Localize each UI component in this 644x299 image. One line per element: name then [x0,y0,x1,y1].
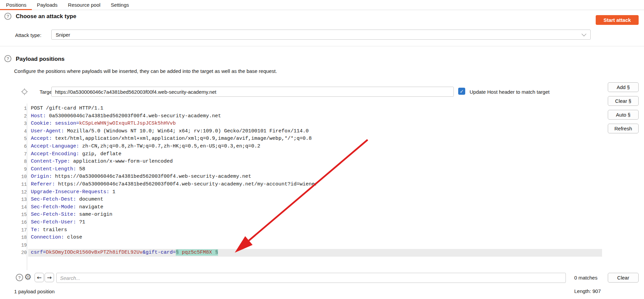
line-code: Accept-Encoding: gzip, deflate [28,151,602,158]
code-segment: Sec-Fetch-Mode: [31,204,76,210]
update-host-label: Update Host header to match target [470,89,549,95]
gear-icon[interactable]: ⚙ [24,272,32,282]
help-icon[interactable]: ? [16,274,23,281]
code-segment: Te: [31,227,40,233]
code-segment: Content-Length: [31,166,76,172]
code-segment: kCSpLeWHNjwOIxquRTLJspJCSk5hHVvb [79,121,176,126]
line-code: Host: 0a530006046c7a4381bed562003f00f4.w… [28,113,602,120]
crosshair-icon [21,88,28,95]
tab-positions[interactable]: Positions [6,0,26,10]
editor-line: 17Te: trailers [20,226,602,234]
line-code [28,242,602,249]
code-segment: ?1 [76,219,85,225]
editor-line: 6Accept-Language: zh-CN,zh;q=0.8,zh-TW;q… [20,143,602,151]
payload-positions-description: Configure the positions where payloads w… [14,68,277,74]
code-segment: 0a530006046c7a4381bed562003f00f4.web-sec… [46,113,221,119]
code-segment: Host: [31,113,46,119]
code-segment: § [176,250,182,255]
code-segment: &gift-card= [143,250,176,255]
editor-line: 19 [20,242,602,249]
editor-line: 16Sec-Fetch-User: ?1 [20,219,602,226]
payload-position-highlight[interactable]: § pqz5c5FM8X § [176,249,218,256]
editor-line: 8Content-Type: application/x-www-form-ur… [20,158,602,166]
request-length: Length: 907 [574,288,601,294]
code-segment: Mozilla/5.0 (Windows NT 10.0; Win64; x64… [64,128,309,134]
line-number: 14 [20,204,28,211]
line-code: Accept: text/html,application/xhtml+xml,… [28,135,602,143]
code-segment: application/x-www-form-urlencoded [70,159,173,164]
attack-type-select[interactable]: Sniper [51,30,591,40]
code-segment: Sec-Fetch-User: [31,219,76,225]
editor-line: 2Host: 0a530006046c7a4381bed562003f00f4.… [20,113,602,120]
editor-line: 7Accept-Encoding: gzip, deflate [20,151,602,158]
code-segment: csrf= [31,250,46,255]
line-code: Sec-Fetch-Dest: document [28,196,602,204]
line-number: 9 [20,166,28,173]
editor-line: 20csrf=DkSOmyIODcR1560vBxPTZh8ifDEL92Uv&… [20,249,602,257]
code-segment: zh-CN,zh;q=0.8,zh-TW;q=0.7,zh-HK;q=0.5,e… [79,143,260,149]
add-section-button[interactable]: Add § [608,82,639,92]
code-segment: POST /gift-card HTTP/1.1 [31,105,103,111]
line-number: 17 [20,226,28,234]
line-number: 18 [20,234,28,242]
line-number: 6 [20,143,28,151]
tab-resource-pool[interactable]: Resource pool [68,0,101,10]
line-number: 20 [20,249,28,257]
forward-arrow-button[interactable]: → [45,273,54,282]
code-segment: Upgrade-Insecure-Requests: [31,189,109,195]
search-input[interactable] [56,273,566,283]
clear-search-button[interactable]: Clear [608,273,639,283]
line-number: 8 [20,158,28,166]
line-number: 3 [20,120,28,128]
editor-line: 15Sec-Fetch-Site: same-origin [20,211,602,219]
start-attack-button[interactable]: Start attack [596,15,639,25]
line-code: csrf=DkSOmyIODcR1560vBxPTZh8ifDEL92Uv&gi… [28,249,602,257]
code-segment: text/html,application/xhtml+xml,applicat… [52,136,312,141]
line-code: Sec-Fetch-User: ?1 [28,219,602,226]
editor-line: 18Connection: close [20,234,602,242]
code-segment: Accept-Encoding: [31,151,79,157]
position-buttons: Add §Clear §Auto §Refresh [608,82,639,133]
payload-positions-title: Payload positions [16,56,64,62]
code-segment: navigate [76,204,103,210]
update-host-checkbox[interactable]: ✓ [458,88,465,95]
code-segment: User-Agent: [31,128,64,134]
line-number: 1 [20,105,28,113]
section-divider [0,46,644,46]
line-code: POST /gift-card HTTP/1.1 [28,105,602,113]
line-code: Upgrade-Insecure-Requests: 1 [28,188,602,196]
auto-section-button[interactable]: Auto § [608,110,639,120]
attack-type-value: Sniper [56,32,582,38]
help-icon[interactable]: ? [4,13,11,20]
editor-line: 13Sec-Fetch-Dest: document [20,196,602,204]
refresh-button[interactable]: Refresh [608,124,639,133]
code-segment: gzip, deflate [79,151,121,157]
line-code: Content-Type: application/x-www-form-url… [28,158,602,166]
help-icon[interactable]: ? [4,55,11,62]
editor-line: 12Upgrade-Insecure-Requests: 1 [20,188,602,196]
tab-settings[interactable]: Settings [111,0,129,10]
target-input[interactable] [51,87,454,97]
code-segment: pqz5c5FM8X [182,250,212,255]
chevron-down-icon [582,32,586,36]
line-code: Referer: https://0a530006046c7a4381bed56… [28,181,602,188]
request-editor[interactable]: 1POST /gift-card HTTP/1.12Host: 0a530006… [20,105,602,257]
line-number: 2 [20,113,28,120]
clear-section-button[interactable]: Clear § [608,96,639,106]
line-number: 11 [20,181,28,188]
back-arrow-button[interactable]: ← [35,273,44,282]
line-number: 5 [20,135,28,143]
code-segment: same-origin [76,212,112,217]
code-segment: Origin: [31,174,52,179]
editor-line: 1POST /gift-card HTTP/1.1 [20,105,602,113]
code-segment: https://0a530006046c7a4381bed562003f00f4… [55,181,318,187]
code-segment: § [212,250,218,255]
code-segment: DkSOmyIODcR1560vBxPTZh8ifDEL92Uv [46,250,143,255]
tab-payloads[interactable]: Payloads [37,0,58,10]
line-code: Sec-Fetch-Site: same-origin [28,211,602,219]
code-segment: Accept-Language: [31,143,79,149]
editor-line: 3Cookie: session=kCSpLeWHNjwOIxquRTLJspJ… [20,120,602,128]
line-number: 19 [20,242,28,249]
line-code: Connection: close [28,234,602,242]
line-number: 4 [20,128,28,135]
